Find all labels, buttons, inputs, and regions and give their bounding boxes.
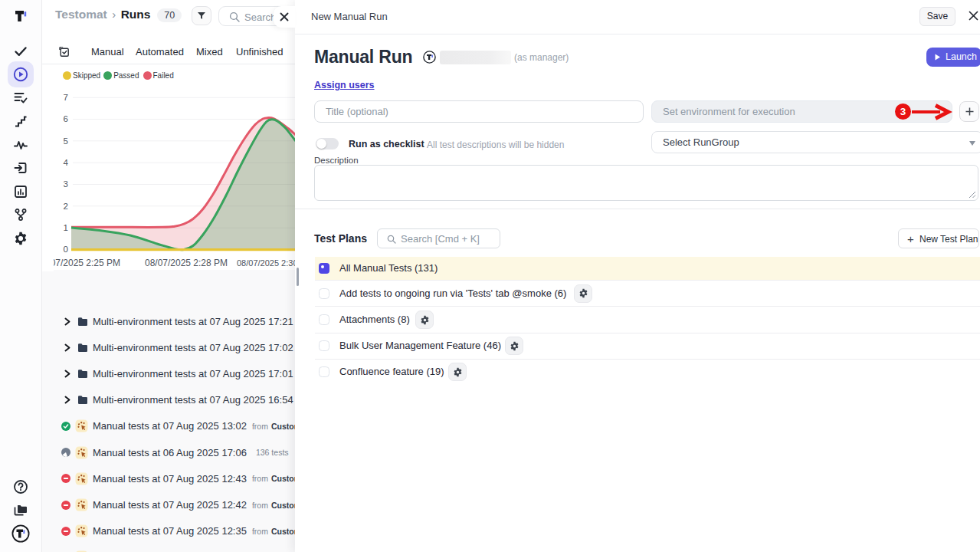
svg-text:2: 2 xyxy=(64,202,68,211)
svg-text:08/07/2025 2:28 PM: 08/07/2025 2:28 PM xyxy=(145,258,228,268)
svg-text:6: 6 xyxy=(64,114,68,123)
svg-text:1: 1 xyxy=(64,223,68,232)
svg-text:7: 7 xyxy=(64,93,68,102)
svg-text:0: 0 xyxy=(64,245,68,254)
svg-text:5: 5 xyxy=(64,136,68,146)
svg-text:08/07/2025 2:25 PM: 08/07/2025 2:25 PM xyxy=(42,258,120,268)
svg-text:4: 4 xyxy=(64,158,69,167)
svg-text:3: 3 xyxy=(64,179,68,189)
